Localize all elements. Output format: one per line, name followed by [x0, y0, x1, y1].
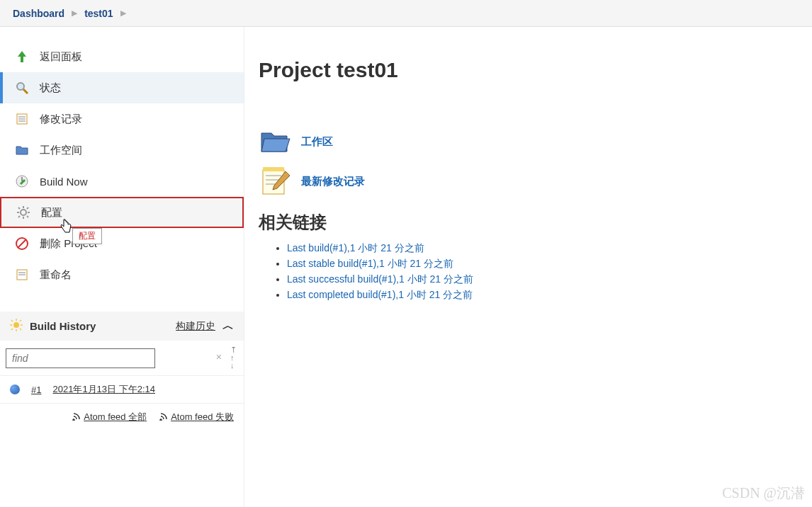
svg-line-13 [27, 216, 28, 217]
list-item: Last successful build(#1),1 小时 21 分之前 [287, 273, 798, 286]
main-content: Project test01 工作区 最新修改记录 相关链接 Last buil… [244, 27, 812, 507]
svg-line-26 [11, 320, 13, 321]
sidebar-item-label: Build Now [40, 176, 88, 188]
clear-icon[interactable]: × [216, 351, 222, 363]
rss-icon [159, 412, 168, 423]
breadcrumb: Dashboard ▶ test01 ▶ [0, 0, 812, 27]
sidebar: 返回面板 状态 修改记录 工作空间 [0, 27, 244, 507]
folder-icon [14, 142, 30, 158]
sidebar-item-label: 重命名 [40, 268, 72, 282]
svg-line-17 [18, 239, 26, 248]
sidebar-item-label: 返回面板 [40, 50, 82, 64]
sidebar-item-delete[interactable]: 删除 Project [0, 228, 244, 259]
build-date-link[interactable]: 2021年1月13日 下午2:14 [52, 383, 155, 396]
sidebar-item-label: 工作空间 [40, 144, 82, 157]
sidebar-item-configure[interactable]: 配置 配置 [0, 197, 244, 228]
history-title: Build History [30, 320, 96, 332]
feed-fail-link[interactable]: Atom feed 失败 [159, 411, 234, 423]
sort-arrows[interactable]: ⤒↑↓ [230, 346, 241, 370]
find-input[interactable] [6, 348, 155, 368]
svg-line-29 [11, 329, 13, 330]
svg-line-14 [27, 207, 28, 209]
build-history-panel: Build History 构建历史 ︿ × ⤒↑↓ #1 202 [0, 312, 244, 431]
page-title: Project test01 [259, 58, 798, 82]
feed-all-link[interactable]: Atom feed 全部 [72, 411, 147, 423]
list-item: Last build(#1),1 小时 21 分之前 [287, 242, 798, 255]
breadcrumb-root[interactable]: Dashboard [13, 8, 64, 19]
chevron-right-icon: ▶ [72, 8, 77, 18]
related-link[interactable]: Last completed build(#1),1 小时 21 分之前 [287, 289, 473, 300]
related-link[interactable]: Last stable build(#1),1 小时 21 分之前 [287, 258, 453, 269]
sidebar-item-build-now[interactable]: Build Now [0, 166, 244, 197]
sidebar-item-workspace[interactable]: 工作空间 [0, 135, 244, 166]
sidebar-item-rename[interactable]: 重命名 [0, 259, 244, 290]
magnifier-icon [14, 80, 30, 96]
sun-icon [10, 319, 23, 334]
sidebar-item-label: 修改记录 [40, 113, 82, 126]
related-link[interactable]: Last build(#1),1 小时 21 分之前 [287, 242, 424, 254]
sidebar-item-label: 状态 [40, 81, 61, 95]
svg-point-21 [13, 322, 19, 328]
clock-icon [14, 173, 30, 189]
notepad-icon [14, 111, 30, 127]
no-entry-icon [14, 236, 30, 251]
svg-line-15 [18, 216, 20, 217]
sidebar-item-changes[interactable]: 修改记录 [0, 103, 244, 135]
sidebar-item-status[interactable]: 状态 [0, 72, 244, 103]
workspace-link[interactable]: 工作区 [301, 135, 333, 149]
related-link[interactable]: Last successful build(#1),1 小时 21 分之前 [287, 273, 473, 285]
tooltip: 配置 [72, 228, 102, 244]
notepad-pencil-icon [259, 164, 293, 198]
gear-icon [16, 205, 31, 220]
sidebar-item-label: 配置 [41, 206, 62, 220]
changes-link[interactable]: 最新修改记录 [301, 175, 365, 188]
sidebar-item-back[interactable]: 返回面板 [0, 41, 244, 72]
breadcrumb-item[interactable]: test01 [84, 8, 113, 19]
cursor-hand-icon [60, 218, 72, 236]
status-ball-icon [10, 384, 20, 394]
list-item: Last completed build(#1),1 小时 21 分之前 [287, 289, 798, 302]
svg-rect-31 [263, 167, 284, 171]
arrow-up-icon [14, 49, 30, 64]
svg-line-1 [23, 89, 28, 93]
svg-point-7 [21, 210, 26, 215]
trend-link[interactable]: 构建历史 [176, 320, 215, 333]
rss-icon [72, 412, 81, 423]
svg-line-12 [18, 207, 20, 209]
chevron-right-icon: ▶ [120, 8, 126, 18]
chevron-up-icon[interactable]: ︿ [222, 319, 234, 334]
related-links-list: Last build(#1),1 小时 21 分之前 Last stable b… [259, 242, 798, 302]
svg-point-0 [17, 83, 24, 90]
related-heading: 相关链接 [259, 211, 798, 234]
build-row[interactable]: #1 2021年1月13日 下午2:14 [0, 375, 244, 403]
notepad-icon [14, 267, 30, 283]
svg-line-28 [20, 320, 21, 321]
svg-line-27 [20, 329, 21, 330]
folder-open-icon [259, 125, 293, 159]
list-item: Last stable build(#1),1 小时 21 分之前 [287, 258, 798, 270]
build-id-link[interactable]: #1 [31, 384, 41, 395]
